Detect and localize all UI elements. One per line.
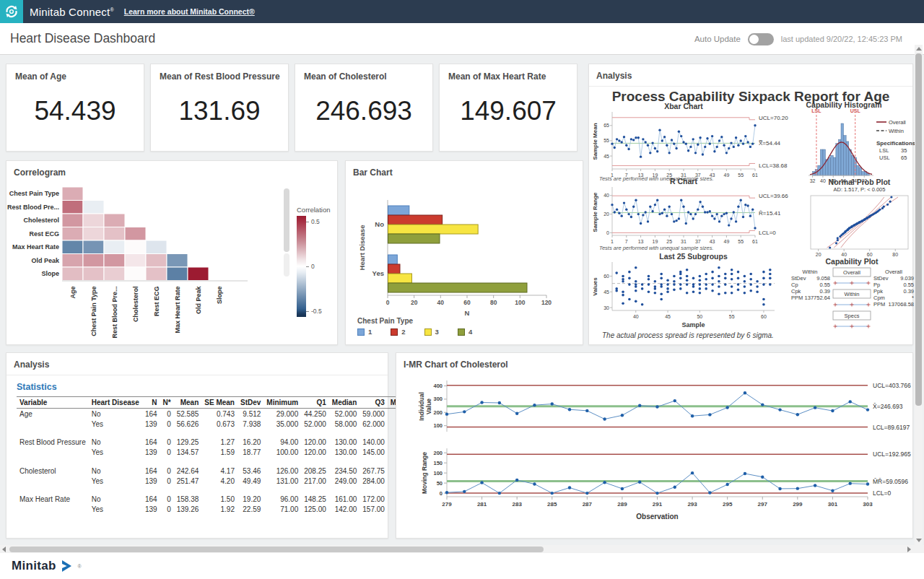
- footer: Minitab ®: [0, 553, 924, 579]
- svg-text:LCL=89.6197: LCL=89.6197: [873, 424, 910, 431]
- heatmap-scrollbar-thumb[interactable]: [284, 188, 289, 252]
- bar-chart: NoYes020406080100120NHeart Disease: [353, 180, 577, 318]
- scroll-left-icon[interactable]: [2, 547, 6, 552]
- svg-text:Age: Age: [69, 287, 77, 299]
- svg-text:USL: USL: [879, 154, 890, 161]
- stats-col-header: Q3: [359, 397, 388, 409]
- capability-plot: Capability PlotWithinStDev9.058Cp0.55Cpk…: [788, 258, 914, 331]
- stats-col-header: Minimum: [263, 397, 301, 409]
- auto-update-toggle[interactable]: [748, 33, 774, 45]
- svg-text:100: 100: [433, 470, 443, 476]
- brand-reg: ®: [110, 7, 113, 12]
- stats-col-header: Mean: [174, 397, 202, 409]
- kpi-label: Mean of Rest Blood Pressure: [151, 64, 288, 82]
- svg-text:Cp: Cp: [791, 282, 798, 288]
- svg-text:Rest ECG: Rest ECG: [29, 230, 59, 238]
- horizontal-scrollbar-thumb[interactable]: [9, 547, 544, 552]
- svg-text:Observation: Observation: [636, 513, 678, 521]
- svg-text:Overall: Overall: [889, 119, 906, 126]
- svg-text:9.058: 9.058: [816, 275, 830, 282]
- kpi-card-age: Mean of Age 54.439: [6, 64, 144, 152]
- correlogram-heatmap: Chest Pain TypeRest Blood Pre...Choleste…: [9, 180, 292, 341]
- svg-text:Specs: Specs: [845, 313, 860, 319]
- svg-text:Cpk: Cpk: [791, 288, 801, 295]
- scroll-right-icon[interactable]: [907, 547, 911, 552]
- svg-text:R̄=15.41: R̄=15.41: [759, 210, 781, 217]
- page-header: Heart Disease Dashboard Auto Update last…: [0, 23, 924, 55]
- svg-text:LCL=0: LCL=0: [873, 489, 892, 497]
- learn-more-link[interactable]: Learn more about Minitab Connect®: [124, 7, 255, 16]
- stats-table-row: Yes1390251.474.2049.49131.00217.00249.00…: [17, 476, 427, 486]
- legend-item-1: 1: [357, 328, 372, 336]
- kpi-card-max-hr: Mean of Max Heart Rate 149.607: [439, 64, 578, 152]
- svg-text:20: 20: [816, 252, 821, 257]
- svg-text:55: 55: [738, 239, 744, 244]
- legend-tick-zero: 0: [311, 263, 315, 270]
- legend-swatch: [424, 328, 432, 336]
- svg-text:9.039: 9.039: [900, 275, 914, 282]
- svg-text:297: 297: [758, 501, 768, 508]
- svg-text:137752.64: 137752.64: [805, 295, 830, 301]
- svg-text:61: 61: [752, 239, 758, 244]
- svg-text:40: 40: [437, 299, 445, 306]
- kpi-value: 149.607: [440, 82, 577, 151]
- svg-text:Individual: Individual: [418, 392, 425, 421]
- stats-table-row: Yes1390139.261.9222.5971.00125.00142.001…: [17, 505, 427, 515]
- svg-text:Within: Within: [889, 128, 904, 134]
- legend-tick-max: 0.5: [311, 218, 320, 225]
- svg-text:35: 35: [901, 147, 907, 154]
- svg-text:Specifications: Specifications: [876, 140, 916, 147]
- toggle-knob: [749, 35, 759, 44]
- svg-text:M̄R̄=59.0596: M̄R̄=59.0596: [873, 478, 908, 485]
- svg-text:55: 55: [729, 314, 735, 319]
- scroll-down-icon[interactable]: [916, 539, 922, 542]
- stats-col-header: N: [142, 397, 160, 409]
- stats-table-row: CholesterolNo1640242.644.1753.46126.0020…: [17, 458, 427, 476]
- panel-header: Analysis: [6, 353, 388, 375]
- svg-text:Pp: Pp: [873, 282, 880, 288]
- svg-text:65: 65: [603, 123, 609, 128]
- svg-text:Yes: Yes: [372, 269, 384, 277]
- minitab-connect-logo[interactable]: [0, 0, 23, 23]
- svg-text:Ppk: Ppk: [873, 288, 883, 295]
- svg-text:279: 279: [442, 501, 452, 508]
- vertical-scrollbar-thumb[interactable]: [915, 53, 922, 406]
- svg-text:100: 100: [433, 422, 443, 429]
- svg-text:80: 80: [490, 299, 497, 306]
- svg-text:AD: 1.517, P: < 0.005: AD: 1.517, P: < 0.005: [834, 186, 886, 193]
- svg-text:LCL=0: LCL=0: [759, 230, 776, 236]
- statistics-link[interactable]: Statistics: [17, 382, 57, 392]
- svg-text:Sample Range: Sample Range: [592, 192, 598, 232]
- svg-text:20: 20: [603, 212, 609, 217]
- svg-text:137068.58: 137068.58: [889, 301, 914, 308]
- svg-text:R Chart: R Chart: [670, 177, 697, 186]
- last25-subgroups-chart: Last 25 SubgroupsValues3045604045505560S…: [590, 253, 785, 330]
- svg-text:Overall: Overall: [885, 269, 902, 275]
- svg-text:Normal Prob Plot: Normal Prob Plot: [829, 178, 891, 186]
- svg-text:Within: Within: [845, 291, 860, 297]
- svg-text:289: 289: [617, 501, 627, 508]
- svg-text:Max Heart Rate: Max Heart Rate: [12, 243, 59, 251]
- svg-text:150: 150: [433, 460, 443, 466]
- legend-item-3: 3: [424, 328, 439, 336]
- correlogram-panel: Correlogram Chest Pain TypeRest Blood Pr…: [6, 160, 338, 345]
- svg-text:50: 50: [437, 480, 443, 487]
- svg-text:60: 60: [603, 274, 609, 279]
- svg-text:*: *: [912, 295, 914, 301]
- svg-text:20: 20: [411, 299, 418, 306]
- svg-text:LSL: LSL: [811, 108, 821, 113]
- footer-reg: ®: [78, 564, 82, 569]
- statistics-table: VariableHeart DiseaseNN*MeanSE MeanStDev…: [17, 396, 427, 515]
- svg-text:0: 0: [386, 299, 390, 306]
- svg-text:StDev: StDev: [873, 275, 889, 282]
- svg-text:USL: USL: [850, 108, 861, 113]
- refresh-gear-icon: [4, 4, 19, 19]
- kpi-card-cholesterol: Mean of Cholesterol 246.693: [295, 64, 433, 152]
- svg-text:Within: Within: [803, 269, 818, 275]
- svg-text:Slope: Slope: [41, 270, 59, 277]
- heatmap-scrollbar-track[interactable]: [284, 253, 289, 277]
- scroll-up-icon[interactable]: [916, 47, 922, 51]
- svg-text:40: 40: [603, 193, 609, 198]
- legend-item-2: 2: [391, 328, 405, 336]
- svg-text:Chest Pain Type: Chest Pain Type: [9, 190, 59, 197]
